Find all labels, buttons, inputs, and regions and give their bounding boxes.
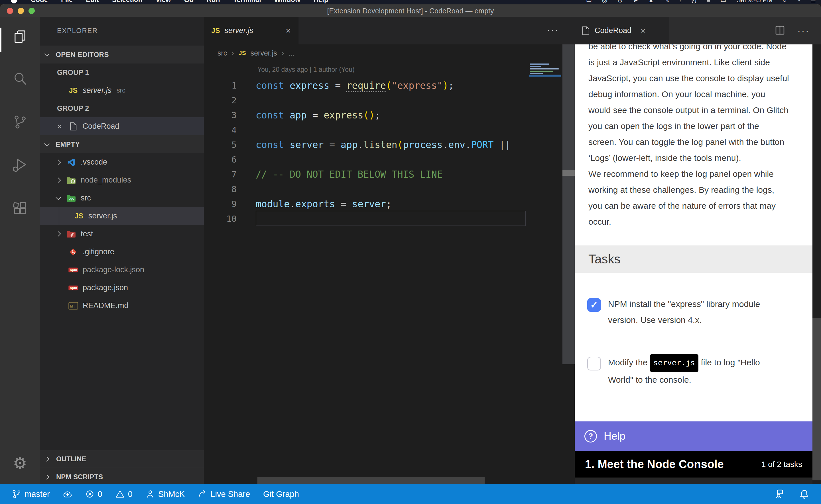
tree-item-gitignore[interactable]: .gitignore bbox=[40, 243, 204, 261]
control-center-icon[interactable]: ◔ bbox=[797, 0, 800, 4]
minimap[interactable] bbox=[529, 62, 562, 461]
close-tab-icon[interactable]: × bbox=[286, 26, 291, 35]
status-item-0[interactable]: 0 bbox=[85, 489, 102, 499]
breadcrumb-item-[interactable]: ... bbox=[289, 49, 295, 57]
section-header-npm-scripts[interactable]: NPM SCRIPTS bbox=[40, 468, 204, 484]
code-line-4[interactable]: 4 bbox=[204, 122, 529, 137]
code-line-3[interactable]: 3const app = express(); bbox=[204, 108, 529, 122]
feedback-icon[interactable] bbox=[774, 489, 783, 499]
item-label: package-lock.json bbox=[83, 265, 144, 274]
code-line-7[interactable]: 7// -- DO NOT EDIT BELOW THIS LINE bbox=[204, 167, 529, 182]
status-item-git-graph[interactable]: Git Graph bbox=[263, 489, 299, 499]
menubar-status-icon[interactable]: ✎ bbox=[664, 0, 669, 4]
menu-item-run[interactable]: Run bbox=[207, 0, 220, 4]
menubar-status-icon[interactable]: ▭ bbox=[586, 0, 592, 4]
sidebar-item-extensions[interactable] bbox=[0, 191, 40, 225]
tree-item-package-lock-json[interactable]: npmpackage-lock.json bbox=[40, 261, 204, 279]
vscode-icon bbox=[66, 157, 77, 167]
menu-item-code[interactable]: Code bbox=[31, 0, 48, 4]
tree-item-server-js[interactable]: JSserver.js bbox=[40, 207, 204, 225]
code-line-2[interactable]: 2 bbox=[204, 93, 529, 108]
menubar-status-icon[interactable]: ◎ bbox=[602, 0, 607, 4]
tree-item-vscode[interactable]: .vscode bbox=[40, 153, 204, 171]
chevron-right-icon[interactable] bbox=[56, 231, 61, 236]
menubar-status-icon[interactable]: ⊙ bbox=[618, 0, 623, 4]
menu-item-go[interactable]: Go bbox=[184, 0, 193, 4]
menu-item-edit[interactable]: Edit bbox=[86, 0, 99, 4]
task-checkbox-1[interactable]: ✓ bbox=[587, 298, 601, 312]
menu-list-icon[interactable]: ☰ bbox=[810, 0, 816, 4]
tree-item-test[interactable]: test bbox=[40, 225, 204, 243]
menu-item-selection[interactable]: Selection bbox=[112, 0, 142, 4]
tree-item-server-js[interactable]: JSserver.jssrc bbox=[40, 81, 204, 99]
breadcrumb-item-server-js[interactable]: server.js bbox=[251, 49, 277, 57]
tab-coderoad[interactable]: CodeRoad × bbox=[575, 17, 669, 44]
status-item-master[interactable]: master bbox=[12, 489, 50, 499]
section-header-outline[interactable]: OUTLINE bbox=[40, 450, 204, 468]
status-item-0[interactable]: 0 bbox=[115, 489, 132, 499]
chevron-down-icon[interactable] bbox=[44, 51, 49, 56]
code-text: const express = require("express"); bbox=[256, 80, 454, 91]
editor-scrollbar-track[interactable] bbox=[562, 44, 575, 364]
code-line-5[interactable]: 5const server = app.listen(process.env.P… bbox=[204, 137, 529, 152]
status-item-shmck[interactable]: ShMcK bbox=[146, 489, 185, 499]
code-line-6[interactable]: 6 bbox=[204, 152, 529, 167]
menu-item-help[interactable]: Help bbox=[314, 0, 328, 4]
sidebar-item-search[interactable] bbox=[0, 62, 40, 96]
code-line-8[interactable]: 8 bbox=[204, 182, 529, 196]
menu-item-window[interactable]: Window bbox=[274, 0, 301, 4]
sidebar-item-explorer[interactable] bbox=[0, 20, 40, 54]
tree-item-package-json[interactable]: npmpackage.json bbox=[40, 279, 204, 297]
chevron-right-icon[interactable] bbox=[56, 159, 61, 165]
section-header-empty[interactable]: EMPTY bbox=[40, 135, 204, 153]
tree-item-group-2[interactable]: GROUP 2 bbox=[40, 99, 204, 117]
tree-item-group-1[interactable]: GROUP 1 bbox=[40, 63, 204, 81]
menu-item-view[interactable]: View bbox=[155, 0, 171, 4]
status-item-live-share[interactable]: Live Share bbox=[198, 489, 250, 499]
menubar-clock[interactable]: Sat 9:43 PM bbox=[736, 0, 773, 4]
chevron-right-icon[interactable] bbox=[56, 177, 61, 183]
tree-item-coderoad[interactable]: ×CodeRoad bbox=[40, 117, 204, 135]
help-accordion-bar[interactable]: ? Help bbox=[575, 421, 812, 451]
tree-item-src[interactable]: </>src bbox=[40, 189, 204, 207]
chevron-down-icon[interactable] bbox=[44, 141, 49, 146]
split-editor-icon[interactable] bbox=[775, 25, 785, 36]
menubar-status-icon[interactable]: ≡ bbox=[707, 0, 710, 4]
code-line-1[interactable]: 1const express = require("express"); bbox=[204, 78, 529, 93]
apple-logo-icon[interactable] bbox=[11, 0, 17, 3]
chevron-down-icon[interactable] bbox=[56, 195, 61, 200]
tree-item-node-modules[interactable]: node_modules bbox=[40, 171, 204, 189]
status-item-sync[interactable] bbox=[63, 489, 72, 499]
search-menu-icon[interactable]: ○ bbox=[783, 0, 787, 4]
menubar-status-icon[interactable]: ➤ bbox=[633, 0, 638, 4]
menubar-status-icon[interactable]: (∕) bbox=[692, 0, 697, 4]
section-label: EMPTY bbox=[56, 140, 80, 148]
sidebar-item-source-control[interactable] bbox=[0, 105, 40, 139]
panel-more-icon[interactable]: ··· bbox=[797, 25, 810, 36]
chevron-right-icon[interactable] bbox=[44, 456, 49, 462]
tree-item-readme-md[interactable]: M↓README.md bbox=[40, 297, 204, 315]
breadcrumb-item-src[interactable]: src bbox=[218, 49, 227, 57]
menubar-status-icon[interactable]: ▲ bbox=[648, 0, 654, 4]
chevron-right-icon[interactable] bbox=[44, 474, 49, 480]
tab-server-js[interactable]: JS server.js × bbox=[204, 17, 299, 44]
settings-gear-button[interactable]: ⚙ bbox=[0, 446, 40, 480]
bell-icon[interactable] bbox=[799, 489, 809, 499]
horizontal-scrollbar[interactable] bbox=[258, 477, 485, 484]
code-line-9[interactable]: 9module.exports = server; bbox=[204, 196, 529, 211]
gitlens-annotation[interactable]: You, 20 days ago | 1 author (You) bbox=[258, 66, 355, 73]
menu-item-file[interactable]: File bbox=[61, 0, 73, 4]
editor-actions-more-icon[interactable]: ··· bbox=[547, 24, 559, 35]
lesson-footer-bar[interactable]: 1. Meet the Node Console 1 of 2 tasks bbox=[575, 451, 812, 478]
section-header-open-editors[interactable]: OPEN EDITORS bbox=[40, 46, 204, 63]
menubar-status-icon[interactable]: ⁞ bbox=[680, 0, 681, 4]
editor-scrollbar-handle[interactable] bbox=[562, 170, 575, 176]
menubar-status-icon[interactable]: ▭ bbox=[720, 0, 726, 4]
close-tab-icon[interactable]: × bbox=[641, 26, 646, 35]
task-checkbox-2[interactable] bbox=[587, 357, 601, 370]
close-icon[interactable]: × bbox=[57, 122, 62, 131]
sidebar-item-run-and-debug[interactable] bbox=[0, 148, 40, 182]
minimap-line bbox=[530, 63, 549, 65]
webview-scrollbar-handle[interactable] bbox=[812, 318, 821, 480]
menu-item-terminal[interactable]: Terminal bbox=[233, 0, 261, 4]
